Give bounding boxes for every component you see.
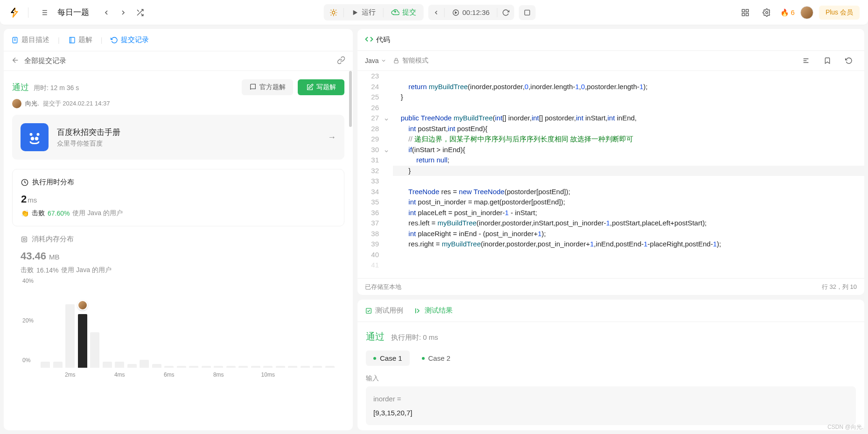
svg-rect-16	[746, 13, 748, 15]
svg-rect-15	[746, 9, 748, 12]
top-bar: 每日一题 运行 提交 00:12:36	[0, 0, 868, 25]
write-solution-button[interactable]: 写题解	[298, 79, 344, 95]
page-title: 每日一题	[57, 7, 89, 18]
notes-button[interactable]	[519, 5, 536, 20]
svg-rect-28	[22, 237, 27, 242]
tab-solutions[interactable]: 题解	[68, 35, 92, 44]
tab-testcases[interactable]: 测试用例	[365, 306, 403, 315]
divider	[28, 7, 28, 18]
tab-description[interactable]: 题目描述	[11, 35, 49, 44]
sub-header-title: 全部提交记录	[24, 56, 332, 65]
next-problem-button[interactable]	[115, 5, 131, 21]
language-select[interactable]: Java	[365, 57, 386, 64]
debug-group: 运行 提交	[324, 4, 424, 21]
svg-line-8	[137, 10, 139, 12]
settings-icon[interactable]	[759, 5, 775, 21]
mode-label[interactable]: 智能模式	[393, 56, 428, 65]
left-panel: 题目描述 | 题解 | 提交记录 全部提交记录 通过 用时: 12 m 36 s…	[4, 29, 353, 430]
case-1-tab[interactable]: Case 1	[366, 350, 410, 366]
code-icon	[365, 35, 373, 45]
input-box[interactable]: inorder = [9,3,15,20,7]	[366, 386, 856, 425]
svg-point-26	[35, 137, 39, 140]
tab-submissions[interactable]: 提交记录	[111, 35, 149, 44]
layout-icon[interactable]	[737, 5, 753, 21]
svg-point-24	[37, 133, 40, 136]
svg-point-9	[332, 11, 335, 14]
clap-icon: 👏	[21, 210, 29, 217]
tab-code[interactable]: 代码	[365, 35, 390, 45]
runtime-chart: 40%20%0%2ms4ms6ms8ms10ms	[21, 281, 336, 379]
result-time: 执行用时: 0 ms	[391, 333, 438, 342]
promo-card[interactable]: 百度秋招突击手册 众里寻你签百度 →	[12, 115, 344, 160]
format-icon[interactable]	[798, 53, 814, 69]
back-button[interactable]	[11, 56, 20, 66]
svg-point-18	[765, 11, 768, 14]
timer-display[interactable]: 00:12:36	[445, 5, 497, 20]
svg-rect-14	[742, 9, 744, 12]
svg-marker-12	[455, 12, 456, 14]
logo[interactable]	[8, 7, 21, 19]
tab-testresults[interactable]: 测试结果	[414, 306, 453, 315]
user-avatar[interactable]	[12, 99, 21, 108]
svg-point-23	[30, 133, 33, 136]
status-dot	[373, 357, 376, 360]
svg-rect-29	[23, 238, 25, 240]
debug-button[interactable]	[324, 5, 343, 21]
promo-title: 百度秋招突击手册	[57, 127, 319, 138]
scrollbar[interactable]	[349, 71, 352, 127]
random-problem-button[interactable]	[132, 5, 148, 21]
svg-rect-34	[366, 308, 371, 313]
svg-rect-30	[394, 60, 398, 63]
save-status: 已存储至本地	[365, 283, 401, 291]
input-label: 输入	[366, 374, 856, 383]
svg-point-25	[31, 137, 35, 140]
share-link-icon[interactable]	[337, 56, 345, 66]
timer-group: 00:12:36	[428, 5, 514, 20]
reset-code-icon[interactable]	[841, 53, 857, 69]
svg-rect-17	[742, 13, 744, 15]
result-status: 通过	[366, 330, 385, 343]
avatar[interactable]	[800, 6, 813, 19]
official-solution-button[interactable]: 官方题解	[242, 79, 293, 95]
status-dot	[422, 357, 425, 360]
case-2-tab[interactable]: Case 2	[414, 350, 458, 366]
fire-icon: 🔥	[780, 8, 789, 17]
streak-indicator[interactable]: 🔥6	[780, 8, 795, 17]
submit-label: 提交	[402, 8, 416, 17]
watermark: CSDN @向光.	[827, 423, 863, 431]
svg-marker-10	[353, 10, 357, 15]
plus-member-button[interactable]: Plus 会员	[819, 6, 860, 20]
code-editor[interactable]: 23242526272829303132333435363738394041 r…	[357, 71, 864, 278]
memory-card: 消耗内存分布 43.46 MB 击败 16.14% 使用 Java 的用户 40…	[12, 235, 344, 387]
cursor-position: 行 32，列 10	[822, 283, 857, 291]
status-pass: 通过	[12, 82, 29, 93]
chevron-right-icon: →	[328, 133, 336, 142]
prev-problem-button[interactable]	[98, 5, 114, 21]
promo-subtitle: 众里寻你签百度	[57, 140, 319, 148]
run-label: 运行	[362, 8, 376, 17]
user-name[interactable]: 向光.	[25, 99, 39, 108]
time-used: 用时: 12 m 36 s	[34, 84, 79, 92]
bookmark-icon[interactable]	[819, 53, 835, 69]
timer-prev-button[interactable]	[428, 6, 444, 20]
promo-icon	[21, 123, 49, 151]
submit-time: 提交于 2024.02.21 14:37	[43, 99, 110, 108]
test-panel: 测试用例 测试结果 通过 执行用时: 0 ms Case 1 Case 2 输入…	[357, 300, 864, 430]
submit-button[interactable]: 提交	[384, 4, 424, 21]
runtime-card: 执行用时分布 2ms 👏击败 67.60% 使用 Java 的用户	[12, 169, 344, 226]
code-panel: 代码 Java 智能模式 232425262728293031323334353…	[357, 29, 864, 295]
svg-rect-13	[525, 10, 530, 15]
run-button[interactable]: 运行	[344, 4, 383, 21]
problem-list-icon[interactable]	[36, 5, 52, 21]
timer-reset-button[interactable]	[497, 5, 514, 20]
